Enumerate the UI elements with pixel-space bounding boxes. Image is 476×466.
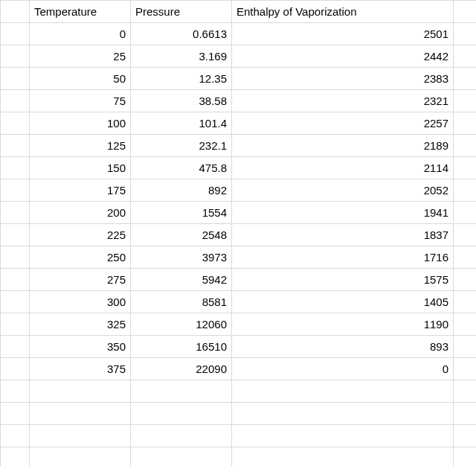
leading-blank-cell[interactable] <box>1 336 30 358</box>
leading-blank-cell[interactable] <box>1 269 30 291</box>
cell-temperature[interactable]: 75 <box>30 90 131 112</box>
leading-blank-cell[interactable] <box>1 68 30 90</box>
cell-temperature[interactable]: 50 <box>30 68 131 90</box>
empty-cell[interactable] <box>30 447 131 467</box>
empty-cell[interactable] <box>1 447 30 467</box>
cell-pressure[interactable]: 16510 <box>131 336 232 358</box>
empty-cell[interactable] <box>131 380 232 403</box>
trailing-blank-cell[interactable] <box>454 313 477 336</box>
cell-pressure[interactable]: 12.35 <box>131 68 232 90</box>
trailing-blank-cell[interactable] <box>454 269 477 291</box>
cell-temperature[interactable]: 25 <box>30 45 131 68</box>
cell-enthalpy[interactable]: 1575 <box>232 269 454 291</box>
cell-temperature[interactable]: 275 <box>30 269 131 291</box>
trailing-blank-cell[interactable] <box>454 135 477 157</box>
cell-pressure[interactable]: 8581 <box>131 291 232 313</box>
leading-blank-cell[interactable] <box>1 112 30 135</box>
empty-cell[interactable] <box>1 380 30 403</box>
cell-enthalpy[interactable]: 1190 <box>232 313 454 336</box>
empty-cell[interactable] <box>131 425 232 447</box>
leading-blank-cell[interactable] <box>1 358 30 380</box>
cell-pressure[interactable]: 5942 <box>131 269 232 291</box>
leading-blank-cell[interactable] <box>1 90 30 112</box>
cell-pressure[interactable]: 475.8 <box>131 157 232 179</box>
cell-pressure[interactable]: 3973 <box>131 246 232 269</box>
trailing-blank-cell[interactable] <box>454 246 477 269</box>
cell-temperature[interactable]: 125 <box>30 135 131 157</box>
cell-temperature[interactable]: 225 <box>30 224 131 246</box>
trailing-blank-cell[interactable] <box>454 291 477 313</box>
trailing-blank-cell[interactable] <box>454 23 477 45</box>
leading-blank-cell[interactable] <box>1 313 30 336</box>
empty-cell[interactable] <box>232 380 454 403</box>
trailing-blank-cell[interactable] <box>454 157 477 179</box>
cell-enthalpy[interactable]: 893 <box>232 336 454 358</box>
empty-cell[interactable] <box>454 380 477 403</box>
cell-temperature[interactable]: 325 <box>30 313 131 336</box>
trailing-blank-cell[interactable] <box>454 90 477 112</box>
cell-temperature[interactable]: 300 <box>30 291 131 313</box>
column-header-enthalpy[interactable]: Enthalpy of Vaporization <box>232 1 454 23</box>
empty-cell[interactable] <box>30 403 131 425</box>
empty-cell[interactable] <box>30 380 131 403</box>
cell-enthalpy[interactable]: 1716 <box>232 246 454 269</box>
leading-blank-cell[interactable] <box>1 1 30 23</box>
leading-blank-cell[interactable] <box>1 179 30 202</box>
cell-enthalpy[interactable]: 2501 <box>232 23 454 45</box>
cell-temperature[interactable]: 200 <box>30 202 131 224</box>
leading-blank-cell[interactable] <box>1 157 30 179</box>
empty-cell[interactable] <box>131 403 232 425</box>
trailing-blank-cell[interactable] <box>454 224 477 246</box>
empty-cell[interactable] <box>454 403 477 425</box>
trailing-blank-cell[interactable] <box>454 112 477 135</box>
cell-enthalpy[interactable]: 2442 <box>232 45 454 68</box>
empty-cell[interactable] <box>232 447 454 467</box>
cell-enthalpy[interactable]: 2257 <box>232 112 454 135</box>
column-header-pressure[interactable]: Pressure <box>131 1 232 23</box>
cell-enthalpy[interactable]: 1941 <box>232 202 454 224</box>
leading-blank-cell[interactable] <box>1 202 30 224</box>
cell-temperature[interactable]: 100 <box>30 112 131 135</box>
trailing-blank-cell[interactable] <box>454 45 477 68</box>
cell-pressure[interactable]: 1554 <box>131 202 232 224</box>
cell-pressure[interactable]: 101.4 <box>131 112 232 135</box>
cell-pressure[interactable]: 0.6613 <box>131 23 232 45</box>
leading-blank-cell[interactable] <box>1 45 30 68</box>
empty-cell[interactable] <box>131 447 232 467</box>
leading-blank-cell[interactable] <box>1 23 30 45</box>
cell-pressure[interactable]: 12060 <box>131 313 232 336</box>
cell-pressure[interactable]: 22090 <box>131 358 232 380</box>
cell-pressure[interactable]: 3.169 <box>131 45 232 68</box>
cell-pressure[interactable]: 892 <box>131 179 232 202</box>
cell-temperature[interactable]: 175 <box>30 179 131 202</box>
cell-temperature[interactable]: 0 <box>30 23 131 45</box>
trailing-blank-cell[interactable] <box>454 202 477 224</box>
leading-blank-cell[interactable] <box>1 246 30 269</box>
leading-blank-cell[interactable] <box>1 291 30 313</box>
empty-cell[interactable] <box>1 403 30 425</box>
empty-cell[interactable] <box>30 425 131 447</box>
empty-cell[interactable] <box>454 447 477 467</box>
cell-temperature[interactable]: 375 <box>30 358 131 380</box>
cell-temperature[interactable]: 150 <box>30 157 131 179</box>
cell-enthalpy[interactable]: 2114 <box>232 157 454 179</box>
cell-temperature[interactable]: 350 <box>30 336 131 358</box>
cell-pressure[interactable]: 2548 <box>131 224 232 246</box>
cell-enthalpy[interactable]: 2321 <box>232 90 454 112</box>
trailing-blank-cell[interactable] <box>454 179 477 202</box>
empty-cell[interactable] <box>232 403 454 425</box>
trailing-blank-cell[interactable] <box>454 358 477 380</box>
cell-enthalpy[interactable]: 1837 <box>232 224 454 246</box>
cell-enthalpy[interactable]: 0 <box>232 358 454 380</box>
cell-enthalpy[interactable]: 2383 <box>232 68 454 90</box>
empty-cell[interactable] <box>1 425 30 447</box>
cell-pressure[interactable]: 232.1 <box>131 135 232 157</box>
cell-enthalpy[interactable]: 2189 <box>232 135 454 157</box>
leading-blank-cell[interactable] <box>1 224 30 246</box>
trailing-blank-cell[interactable] <box>454 336 477 358</box>
cell-enthalpy[interactable]: 1405 <box>232 291 454 313</box>
trailing-blank-cell[interactable] <box>454 1 477 23</box>
empty-cell[interactable] <box>454 425 477 447</box>
empty-cell[interactable] <box>232 425 454 447</box>
cell-pressure[interactable]: 38.58 <box>131 90 232 112</box>
